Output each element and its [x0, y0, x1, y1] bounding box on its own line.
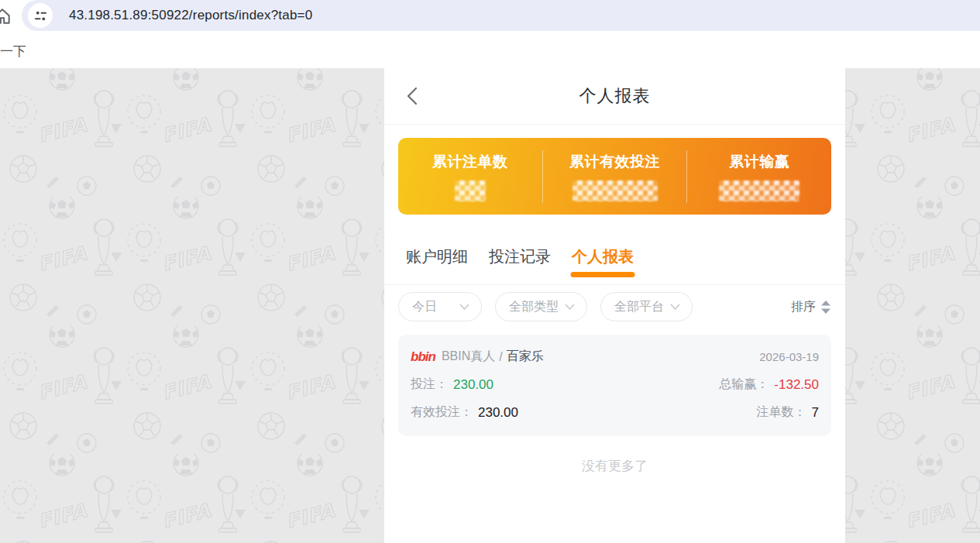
- filter-label: 今日: [412, 299, 437, 315]
- url-text[interactable]: 43.198.51.89:50922/reports/index?tab=0: [69, 8, 312, 23]
- tab-betting-records[interactable]: 投注记录: [489, 246, 551, 284]
- bbin-logo: bbin: [411, 349, 435, 365]
- home-icon[interactable]: [0, 6, 12, 29]
- report-record-card[interactable]: bbin BBIN真人 / 百家乐 2026-03-19 投注： 230.00 …: [398, 335, 831, 436]
- active-tab-underline: [571, 272, 635, 277]
- page-top-strip: 一下: [0, 31, 980, 68]
- stat-value-masked: [573, 180, 658, 201]
- site-settings-icon[interactable]: [28, 3, 53, 28]
- browser-toolbar: 43.198.51.89:50922/reports/index?tab=0: [0, 0, 980, 31]
- winloss-value: -132.50: [774, 377, 819, 393]
- sort-control[interactable]: 排序: [791, 299, 830, 315]
- filter-label: 全部类型: [509, 299, 559, 315]
- stat-total-winloss: 累计输赢: [687, 152, 831, 201]
- sort-label: 排序: [791, 299, 816, 315]
- chevron-down-icon: [459, 304, 469, 311]
- record-date: 2026-03-19: [759, 350, 819, 363]
- stat-value-masked: [455, 180, 486, 201]
- panel-header: 个人报表: [384, 68, 845, 125]
- record-bottom-row: 有效投注： 230.00 注单数： 7: [411, 404, 819, 421]
- filter-platform-dropdown[interactable]: 全部平台: [600, 292, 693, 321]
- chevron-left-icon: [404, 86, 421, 106]
- provider-game-separator: /: [499, 350, 502, 364]
- stat-label: 累计注单数: [432, 152, 508, 172]
- filter-type-dropdown[interactable]: 全部类型: [495, 292, 587, 321]
- game-name: 百家乐: [507, 349, 544, 365]
- url-bar[interactable]: 43.198.51.89:50922/reports/index?tab=0: [22, 0, 980, 31]
- back-button[interactable]: [404, 85, 426, 107]
- record-header-row: bbin BBIN真人 / 百家乐 2026-03-19: [411, 349, 819, 365]
- chevron-down-icon: [565, 304, 575, 311]
- end-of-list-text: 没有更多了: [384, 457, 845, 475]
- clipped-text-fragment: 一下: [0, 43, 26, 60]
- chevron-down-icon: [670, 304, 680, 311]
- filter-bar: 今日 全部类型 全部平台 排序: [384, 285, 845, 324]
- tab-personal-report[interactable]: 个人报表: [572, 246, 634, 284]
- sort-icon: [821, 301, 830, 314]
- tab-account-details[interactable]: 账户明细: [406, 246, 468, 284]
- tab-bar: 账户明细 投注记录 个人报表: [384, 215, 845, 285]
- stat-total-valid-bets: 累计有效投注: [543, 152, 687, 201]
- winloss-label: 总输赢：: [719, 376, 769, 393]
- stat-value-masked: [719, 180, 799, 201]
- valid-bet-label: 有效投注：: [411, 404, 473, 421]
- bet-value: 230.00: [453, 377, 493, 393]
- stat-label: 累计有效投注: [569, 152, 660, 172]
- tab-label: 个人报表: [572, 248, 634, 265]
- stat-label: 累计输赢: [729, 152, 789, 172]
- page-title: 个人报表: [579, 84, 651, 108]
- summary-card: 累计注单数 累计有效投注 累计输赢: [398, 138, 831, 215]
- filter-date-dropdown[interactable]: 今日: [398, 292, 482, 321]
- bet-label: 投注：: [411, 376, 448, 393]
- bet-count-value: 7: [812, 405, 819, 421]
- record-middle-row: 投注： 230.00 总输赢： -132.50: [411, 376, 819, 393]
- valid-bet-value: 230.00: [478, 405, 518, 421]
- provider-name: BBIN真人: [442, 349, 495, 365]
- bet-count-label: 注单数：: [757, 404, 806, 421]
- stat-total-bets: 累计注单数: [398, 152, 542, 201]
- report-panel: 个人报表 累计注单数 累计有效投注 累计输赢 账户明细 投注记录 个人报表 今日: [384, 68, 845, 543]
- filter-label: 全部平台: [614, 299, 664, 315]
